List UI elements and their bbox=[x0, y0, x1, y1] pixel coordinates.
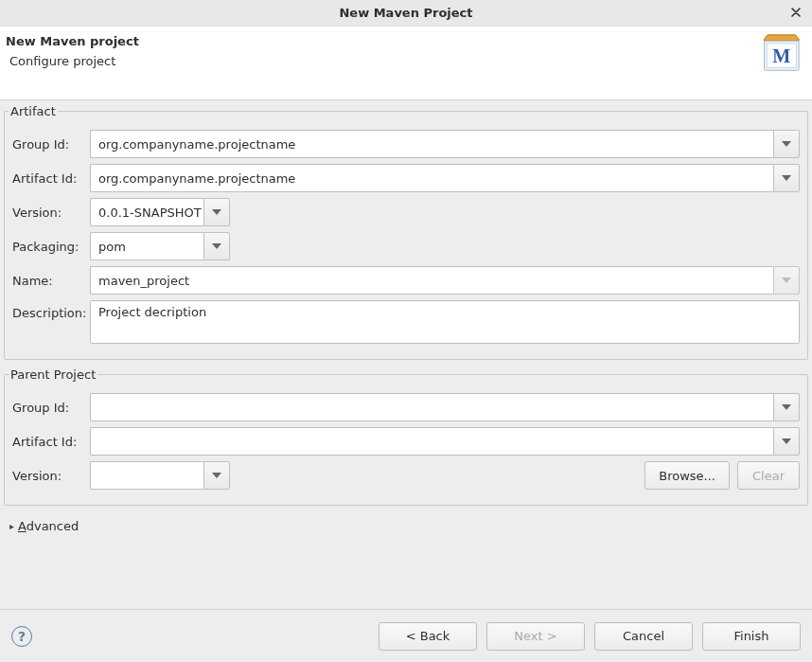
chevron-down-icon bbox=[782, 404, 791, 410]
finish-button[interactable]: Finish bbox=[702, 622, 801, 651]
artifact-id-input[interactable]: org.companyname.projectname bbox=[90, 164, 773, 192]
name-combo[interactable]: maven_project bbox=[90, 266, 800, 295]
parent-group-id-combo[interactable] bbox=[90, 393, 800, 421]
chevron-down-icon bbox=[782, 141, 791, 147]
back-button[interactable]: < Back bbox=[379, 622, 477, 651]
advanced-toggle[interactable]: ▸ Advanced bbox=[4, 513, 808, 533]
parent-group-id-label: Group Id: bbox=[12, 401, 90, 415]
description-input[interactable]: Project decription bbox=[90, 300, 800, 344]
artifact-id-combo[interactable]: org.companyname.projectname bbox=[90, 164, 800, 192]
parent-group-id-input[interactable] bbox=[90, 393, 773, 421]
expand-icon: ▸ bbox=[9, 521, 14, 531]
artifact-legend: Artifact bbox=[9, 104, 58, 118]
packaging-combo[interactable]: pom bbox=[90, 232, 230, 260]
packaging-label: Packaging: bbox=[12, 240, 90, 254]
parent-artifact-id-dropdown-button[interactable] bbox=[773, 427, 800, 456]
parent-group-id-dropdown-button[interactable] bbox=[773, 393, 800, 421]
chevron-down-icon bbox=[782, 277, 791, 283]
parent-artifact-id-label: Artifact Id: bbox=[12, 435, 90, 449]
parent-project-legend: Parent Project bbox=[9, 367, 97, 382]
svg-text:M: M bbox=[772, 45, 790, 66]
chevron-down-icon bbox=[782, 175, 791, 181]
artifact-group: Artifact Group Id: org.companyname.proje… bbox=[4, 104, 808, 360]
advanced-label: Advanced bbox=[18, 519, 79, 533]
cancel-button[interactable]: Cancel bbox=[594, 622, 693, 651]
parent-artifact-id-input[interactable] bbox=[90, 427, 773, 456]
content-area: Artifact Group Id: org.companyname.proje… bbox=[0, 100, 812, 533]
parent-version-dropdown-button[interactable] bbox=[203, 461, 230, 490]
group-id-dropdown-button[interactable] bbox=[773, 130, 800, 158]
chevron-down-icon bbox=[212, 473, 221, 478]
group-id-input[interactable]: org.companyname.projectname bbox=[90, 130, 773, 158]
name-dropdown-button bbox=[773, 266, 800, 295]
help-icon: ? bbox=[18, 629, 26, 644]
wizard-banner: New Maven project Configure project M bbox=[0, 27, 812, 100]
parent-project-group: Parent Project Group Id: Artifact Id: Ve… bbox=[4, 367, 808, 506]
description-label: Description: bbox=[12, 300, 90, 320]
artifact-id-dropdown-button[interactable] bbox=[773, 164, 800, 192]
version-input[interactable]: 0.0.1-SNAPSHOT bbox=[90, 198, 203, 226]
chevron-down-icon bbox=[212, 209, 221, 215]
parent-artifact-id-combo[interactable] bbox=[90, 427, 800, 456]
artifact-id-label: Artifact Id: bbox=[12, 171, 90, 186]
browse-button[interactable]: Browse... bbox=[644, 461, 730, 490]
chevron-down-icon bbox=[212, 243, 221, 249]
banner-heading: New Maven project bbox=[6, 34, 759, 48]
version-combo[interactable]: 0.0.1-SNAPSHOT bbox=[90, 198, 230, 226]
maven-icon: M bbox=[759, 32, 801, 74]
close-button[interactable] bbox=[787, 4, 804, 21]
next-button: Next > bbox=[486, 622, 585, 651]
parent-version-label: Version: bbox=[12, 469, 90, 483]
close-icon bbox=[791, 8, 801, 17]
title-bar: New Maven Project bbox=[0, 0, 812, 27]
clear-button: Clear bbox=[737, 461, 800, 490]
group-id-combo[interactable]: org.companyname.projectname bbox=[90, 130, 800, 158]
wizard-footer: ? < Back Next > Cancel Finish bbox=[0, 609, 812, 662]
parent-version-input[interactable] bbox=[90, 461, 203, 490]
version-dropdown-button[interactable] bbox=[203, 198, 230, 226]
name-input[interactable]: maven_project bbox=[90, 266, 773, 295]
banner-subheading: Configure project bbox=[9, 54, 759, 68]
packaging-input[interactable]: pom bbox=[90, 232, 203, 260]
group-id-label: Group Id: bbox=[12, 137, 90, 152]
window-title: New Maven Project bbox=[339, 6, 472, 20]
name-label: Name: bbox=[12, 274, 90, 288]
version-label: Version: bbox=[12, 206, 90, 220]
chevron-down-icon bbox=[782, 438, 791, 444]
parent-version-combo[interactable] bbox=[90, 461, 230, 490]
help-button[interactable]: ? bbox=[11, 626, 32, 647]
packaging-dropdown-button[interactable] bbox=[203, 232, 230, 260]
